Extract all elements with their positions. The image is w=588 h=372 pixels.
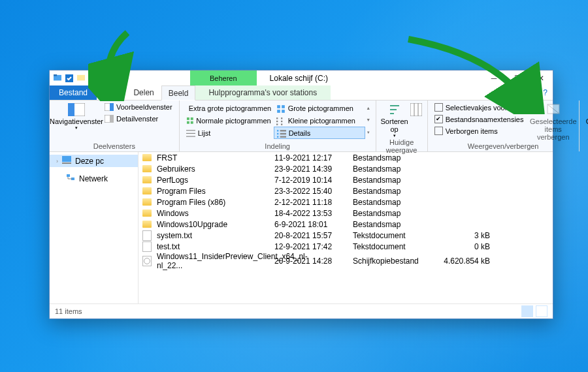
- file-date: 23-3-2022 15:40: [274, 187, 353, 196]
- hidden-items-toggle[interactable]: Verborgen items: [432, 125, 529, 136]
- tab-start[interactable]: Start: [97, 85, 127, 100]
- navigation-tree[interactable]: › Deze pc Netwerk: [50, 152, 139, 303]
- details-pane-button[interactable]: Detailvenster: [102, 114, 175, 124]
- group-by-button[interactable]: [409, 102, 423, 138]
- svg-rect-18: [190, 121, 193, 123]
- help-icon[interactable]: ?: [543, 88, 547, 97]
- titlebar: ▾ Beheren Lokale schijf (C:) ─ ☐ ✕: [50, 70, 553, 85]
- minimize-button[interactable]: ─: [482, 70, 506, 85]
- folder-icon: [142, 165, 152, 172]
- details-view-button[interactable]: [521, 305, 533, 317]
- file-size: 4.620.854 kB: [438, 256, 495, 266]
- layout-large[interactable]: Grote pictogrammen: [274, 102, 364, 114]
- network-icon: [66, 174, 75, 183]
- svg-rect-45: [67, 174, 70, 177]
- svg-rect-32: [280, 132, 286, 134]
- file-name: Windows10Upgrade: [157, 220, 274, 229]
- options-button[interactable]: Opties ▾: [583, 102, 588, 131]
- hide-selected-button[interactable]: Geselecteerde items verbergen: [532, 102, 575, 141]
- file-size: 0 kB: [438, 242, 495, 251]
- file-row[interactable]: Windows11_InsiderPreview_Client_x64_nl-n…: [139, 252, 553, 263]
- tab-file[interactable]: Bestand: [50, 85, 97, 100]
- file-row[interactable]: Program Files (x86)2-12-2021 11:18Bestan…: [139, 196, 553, 208]
- close-button[interactable]: ✕: [529, 70, 553, 85]
- file-date: 20-8-2021 15:57: [274, 231, 353, 240]
- explorer-window: ▾ Beheren Lokale schijf (C:) ─ ☐ ✕ Besta…: [49, 70, 553, 319]
- svg-rect-12: [282, 105, 285, 108]
- svg-rect-31: [280, 130, 286, 131]
- folder-icon: [142, 198, 152, 206]
- chevron-right-icon: ›: [56, 158, 58, 164]
- checkbox-unchecked-icon: [434, 103, 443, 112]
- list-icon: [186, 129, 195, 137]
- hide-selected-icon: [545, 103, 562, 116]
- ribbon-group-layout: Extra grote pictogrammen Grote pictogram…: [180, 101, 376, 151]
- svg-rect-14: [282, 110, 285, 113]
- minimize-ribbon-icon[interactable]: 🞃: [530, 88, 538, 97]
- svg-rect-23: [281, 120, 282, 121]
- tab-view[interactable]: Beeld: [161, 85, 196, 101]
- file-size: 3 kB: [438, 231, 495, 240]
- tab-drive-tools[interactable]: Hulpprogramma's voor stations: [195, 85, 331, 100]
- file-row[interactable]: PerfLogs7-12-2019 10:14Bestandsmap: [139, 174, 553, 185]
- layout-list[interactable]: Lijst: [184, 127, 274, 139]
- tab-share[interactable]: Delen: [127, 85, 161, 100]
- folder-icon: [142, 154, 152, 161]
- file-row[interactable]: system.txt20-8-2021 15:57Tekstdocument3 …: [139, 230, 553, 241]
- svg-rect-43: [62, 156, 71, 162]
- checkbox-checked-icon: ✔: [434, 115, 443, 123]
- svg-rect-3: [77, 75, 85, 81]
- item-count: 11 items: [55, 307, 82, 315]
- file-type: Bestandsmap: [353, 198, 438, 207]
- layout-scroll[interactable]: ▲▼▾: [365, 102, 372, 139]
- svg-rect-22: [281, 117, 282, 119]
- file-type: Bestandsmap: [353, 176, 438, 185]
- file-extensions-toggle[interactable]: ✔ Bestandsnaamextensies: [432, 114, 529, 125]
- file-row[interactable]: Program Files23-3-2022 15:40Bestandsmap: [139, 185, 553, 196]
- new-folder-icon[interactable]: [77, 74, 85, 82]
- file-row[interactable]: Gebruikers23-9-2021 14:39Bestandsmap: [139, 163, 553, 174]
- group-label-panes: Deelvensters: [54, 142, 175, 151]
- details-pane-icon: [105, 115, 114, 123]
- file-name: Program Files (x86): [157, 198, 274, 207]
- file-row[interactable]: Windows18-4-2022 13:53Bestandsmap: [139, 208, 553, 219]
- maximize-button[interactable]: ☐: [506, 70, 529, 85]
- file-row[interactable]: test.txt12-9-2021 17:42Tekstdocument0 kB: [139, 241, 553, 252]
- file-date: 7-12-2019 10:14: [274, 176, 353, 185]
- qat-dropdown-icon[interactable]: ▾: [89, 75, 91, 81]
- status-bar: 11 items: [50, 303, 553, 318]
- svg-rect-20: [276, 120, 278, 121]
- large-icons-icon: [276, 104, 286, 112]
- details-icon: [277, 129, 286, 137]
- large-icons-view-button[interactable]: [536, 305, 547, 317]
- preview-pane-button[interactable]: Voorbeeldvenster: [102, 102, 175, 112]
- folder-icon: [142, 176, 152, 183]
- item-checkboxes-toggle[interactable]: Selectievakjes voor items: [432, 102, 529, 113]
- group-label-layout: Indeling: [184, 142, 372, 151]
- file-row[interactable]: Windows10Upgrade6-9-2021 18:01Bestandsma…: [139, 219, 553, 230]
- file-type: Schijfkopiebestand: [353, 256, 438, 266]
- layout-details[interactable]: Details: [274, 127, 365, 139]
- layout-small[interactable]: Kleine pictogrammen: [274, 114, 364, 127]
- layout-medium[interactable]: Normale pictogrammen: [184, 114, 274, 127]
- svg-rect-27: [186, 136, 195, 136]
- file-icon: [142, 241, 152, 252]
- svg-rect-44: [62, 163, 71, 164]
- contextual-tab-header: Beheren: [190, 70, 257, 85]
- svg-rect-15: [187, 117, 189, 119]
- folder-icon: [142, 221, 152, 228]
- ribbon-group-show-hide: Selectievakjes voor items ✔ Bestandsnaam…: [428, 101, 580, 151]
- chevron-down-icon: ▾: [393, 133, 396, 138]
- nav-this-pc[interactable]: › Deze pc: [50, 155, 138, 167]
- sort-icon: [386, 103, 403, 116]
- ribbon-group-current-view: Sorteren op ▾ Huidige weergave: [376, 101, 428, 151]
- navigation-pane-button[interactable]: Navigatievenster ▾: [54, 102, 99, 131]
- nav-network[interactable]: Netwerk: [50, 172, 138, 185]
- file-list[interactable]: FRST11-9-2021 12:17BestandsmapGebruikers…: [139, 152, 553, 303]
- sort-by-button[interactable]: Sorteren op ▾: [380, 102, 409, 138]
- layout-extra-large[interactable]: Extra grote pictogrammen: [184, 102, 274, 114]
- file-row[interactable]: FRST11-9-2021 12:17Bestandsmap: [139, 152, 553, 163]
- columns-icon: [408, 103, 425, 116]
- properties-icon[interactable]: [65, 74, 73, 82]
- file-date: 23-9-2021 14:39: [274, 164, 353, 174]
